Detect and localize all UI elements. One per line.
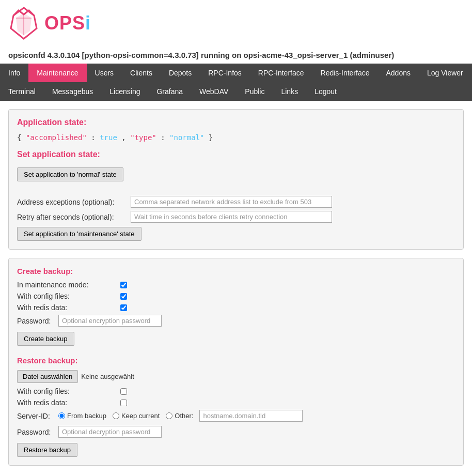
create-backup-button[interactable]: Create backup	[17, 332, 74, 346]
set-app-state-title: Set application state:	[17, 150, 455, 159]
nav-log-viewer[interactable]: Log Viewer	[419, 64, 471, 82]
restore-redis-data-row: With redis data:	[17, 398, 455, 407]
logo: OPSi	[8, 5, 91, 41]
json-colon2: :	[161, 133, 169, 142]
nav-depots[interactable]: Depots	[161, 64, 200, 82]
json-key-accomplished: "accomplished"	[26, 133, 87, 142]
restore-config-files-row: With config files:	[17, 387, 455, 395]
nav-rpc-infos[interactable]: RPC-Infos	[200, 64, 250, 82]
redis-data-row: With redis data:	[17, 303, 455, 312]
restore-redis-data-checkbox[interactable]	[120, 400, 127, 406]
restore-backup-button[interactable]: Restore backup	[17, 443, 77, 457]
address-row: Address exceptions (optional): Retry aft…	[17, 196, 455, 223]
from-backup-radio[interactable]	[58, 412, 65, 419]
restore-password-label: Password:	[17, 428, 58, 436]
json-close: }	[209, 133, 213, 142]
hostname-input[interactable]	[199, 410, 303, 422]
logo-text: OPSi	[44, 12, 91, 34]
json-comma: ,	[121, 133, 130, 142]
other-label: Other:	[175, 412, 193, 420]
app-state-title: Application state:	[17, 118, 455, 127]
redis-data-label: With redis data:	[17, 303, 120, 312]
header: OPSi	[0, 0, 472, 47]
nav-addons[interactable]: Addons	[377, 64, 418, 82]
retry-form-row: Retry after seconds (optional):	[17, 211, 455, 223]
backup-password-label: Password:	[17, 317, 58, 325]
server-info: opsiconfd 4.3.0.104 [python-opsi-common=…	[0, 47, 472, 64]
nav-links[interactable]: Links	[273, 82, 306, 101]
from-backup-label: From backup	[67, 412, 106, 420]
restore-backup-title: Restore backup:	[17, 356, 455, 365]
app-state-card: Application state: { "accomplished" : tr…	[8, 109, 464, 250]
nav-redis-interface[interactable]: Redis-Interface	[312, 64, 378, 82]
nav-licensing[interactable]: Licensing	[101, 82, 148, 101]
maintenance-mode-checkbox[interactable]	[120, 282, 127, 288]
backup-password-input[interactable]	[58, 315, 162, 327]
content: Application state: { "accomplished" : tr…	[0, 101, 472, 476]
restore-redis-data-label: With redis data:	[17, 398, 120, 407]
nav-row-1: Info Maintenance Users Clients Depots RP…	[0, 64, 472, 82]
nav-maintenance[interactable]: Maintenance	[28, 64, 86, 82]
nav-logout[interactable]: Logout	[306, 82, 345, 101]
navigation: Info Maintenance Users Clients Depots RP…	[0, 64, 472, 101]
nav-rpc-interface[interactable]: RPC-Interface	[250, 64, 312, 82]
backup-password-row: Password:	[17, 315, 455, 327]
nav-messagebus[interactable]: Messagebus	[44, 82, 101, 101]
from-backup-option: From backup	[58, 412, 106, 420]
server-id-row: Server-ID: From backup Keep current Othe…	[17, 410, 455, 422]
restore-file-row: Datei auswählen Keine ausgewählt	[17, 370, 455, 383]
maintenance-mode-label: In maintenance mode:	[17, 281, 120, 289]
config-files-label: With config files:	[17, 292, 120, 300]
maintenance-section: Address exceptions (optional): Retry aft…	[17, 196, 455, 241]
address-form-row: Address exceptions (optional):	[17, 196, 455, 208]
app-state-json: { "accomplished" : true , "type" : "norm…	[17, 133, 455, 142]
other-option: Other:	[166, 412, 193, 420]
retry-label: Retry after seconds (optional):	[17, 213, 131, 221]
nav-users[interactable]: Users	[87, 64, 122, 82]
logo-i: i	[85, 12, 91, 34]
json-colon1: :	[91, 133, 100, 142]
create-backup-title: Create backup:	[17, 267, 455, 275]
address-label: Address exceptions (optional):	[17, 198, 131, 206]
config-files-row: With config files:	[17, 292, 455, 300]
restore-password-row: Password:	[17, 426, 455, 438]
server-id-label: Server-ID:	[17, 412, 58, 420]
nav-info[interactable]: Info	[0, 64, 28, 82]
nav-grafana[interactable]: Grafana	[148, 82, 191, 101]
json-key-type: "type"	[130, 133, 156, 142]
nav-row-2: Terminal Messagebus Licensing Grafana We…	[0, 82, 472, 101]
file-name-display: Keine ausgewählt	[81, 373, 134, 380]
backup-restore-card: Create backup: In maintenance mode: With…	[8, 258, 464, 466]
set-normal-button[interactable]: Set application to 'normal' state	[17, 167, 123, 181]
nav-clients[interactable]: Clients	[122, 64, 161, 82]
keep-current-radio[interactable]	[113, 412, 119, 419]
opsi-logo-icon	[8, 5, 39, 41]
address-input[interactable]	[131, 196, 332, 208]
json-val-normal: "normal"	[169, 133, 204, 142]
restore-config-files-checkbox[interactable]	[120, 388, 127, 395]
restore-config-files-label: With config files:	[17, 387, 120, 395]
json-open: {	[17, 133, 21, 142]
config-files-checkbox[interactable]	[120, 293, 127, 300]
file-chooser-button[interactable]: Datei auswählen	[17, 370, 78, 383]
nav-webdav[interactable]: WebDAV	[191, 82, 237, 101]
redis-data-checkbox[interactable]	[120, 304, 127, 311]
nav-public[interactable]: Public	[237, 82, 273, 101]
restore-password-input[interactable]	[58, 426, 162, 438]
retry-input[interactable]	[131, 211, 332, 223]
keep-current-option: Keep current	[113, 412, 160, 420]
maintenance-mode-row: In maintenance mode:	[17, 281, 455, 289]
json-val-true: true	[100, 133, 117, 142]
other-radio[interactable]	[166, 412, 172, 419]
nav-terminal[interactable]: Terminal	[0, 82, 44, 101]
set-maintenance-button[interactable]: Set application to 'maintenance' state	[17, 227, 141, 241]
keep-current-label: Keep current	[121, 412, 160, 420]
